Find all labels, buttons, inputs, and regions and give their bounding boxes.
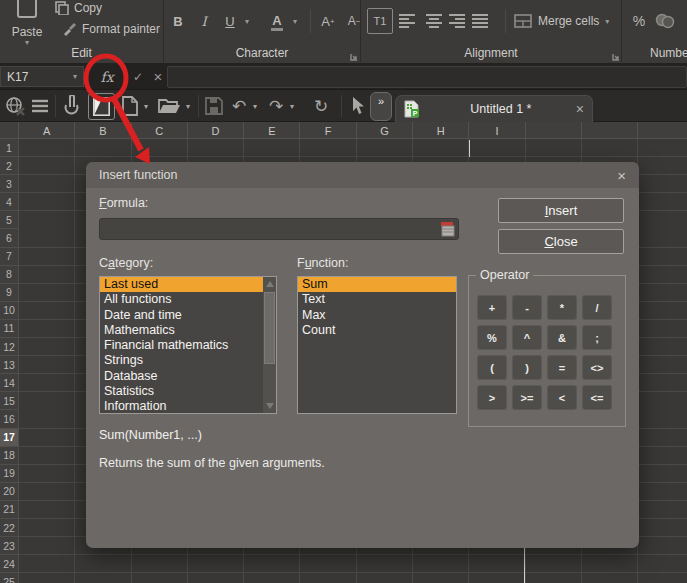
row-header[interactable]: 20 [0, 483, 19, 501]
redo-dropdown[interactable]: ▾ [286, 95, 298, 117]
open-document-button[interactable] [157, 97, 181, 115]
select-mode-button[interactable] [348, 94, 368, 118]
formula-input[interactable] [167, 66, 687, 88]
row-header[interactable]: 23 [0, 537, 19, 555]
justify-button[interactable] [471, 12, 489, 30]
row-header[interactable]: 12 [0, 338, 19, 356]
operator-button[interactable]: ( [477, 355, 507, 380]
close-button[interactable]: Close [498, 229, 624, 254]
scroll-down-icon[interactable] [266, 403, 274, 409]
new-document-dropdown[interactable]: ▾ [140, 95, 152, 117]
column-header[interactable]: D [188, 122, 244, 139]
alignment-dialog-launcher[interactable] [612, 53, 620, 61]
toolbar-overflow-button[interactable]: » [370, 92, 392, 121]
function-listbox[interactable]: Sum Text Max Count [297, 276, 457, 414]
row-header[interactable]: 4 [0, 193, 19, 211]
row-header[interactable]: 9 [0, 284, 19, 302]
category-item[interactable]: Date and time [100, 308, 276, 323]
category-item[interactable]: All functions [100, 292, 276, 307]
row-header[interactable]: 14 [0, 374, 19, 392]
column-header[interactable]: C [132, 122, 188, 139]
copy-button[interactable]: Copy [55, 0, 102, 16]
row-header[interactable]: 5 [0, 211, 19, 229]
bold-button[interactable]: B [168, 8, 188, 34]
dialog-titlebar[interactable]: Insert function × [86, 162, 639, 188]
save-button[interactable] [203, 95, 225, 117]
align-center-button[interactable] [425, 12, 443, 30]
row-header[interactable]: 19 [0, 465, 19, 483]
cancel-entry-button[interactable]: × [148, 66, 168, 87]
shrink-font-button[interactable]: A− [342, 8, 366, 34]
category-item[interactable]: Statistics [100, 384, 276, 399]
function-item-selected[interactable]: Sum [298, 277, 456, 292]
operator-button[interactable]: = [547, 355, 577, 380]
column-header[interactable]: H [413, 122, 469, 139]
repeat-button[interactable]: ↻ [310, 94, 332, 118]
column-header[interactable]: I [469, 122, 525, 139]
operator-button[interactable]: ) [512, 355, 542, 380]
undo-button[interactable]: ↶ [229, 94, 249, 118]
font-color-dropdown[interactable]: ▾ [288, 8, 302, 34]
row-header[interactable]: 1 [0, 139, 19, 157]
operator-button[interactable]: <> [582, 355, 612, 380]
row-header[interactable]: 18 [0, 447, 19, 465]
function-item[interactable]: Max [298, 308, 456, 323]
column-header[interactable]: G [357, 122, 413, 139]
cell-reference-box[interactable]: K17 ▾ [0, 66, 84, 87]
row-header-active[interactable]: 17 [0, 429, 19, 447]
scroll-up-icon[interactable] [266, 281, 274, 287]
web-disabled-button[interactable] [4, 95, 26, 117]
category-listbox[interactable]: Last used All functions Date and time Ma… [99, 276, 277, 414]
row-header[interactable]: 10 [0, 302, 19, 320]
column-header[interactable]: E [244, 122, 300, 139]
undo-dropdown[interactable]: ▾ [249, 95, 261, 117]
category-item[interactable]: Financial mathematics [100, 338, 276, 353]
insert-button[interactable]: Insert [498, 198, 624, 223]
operator-button[interactable]: + [477, 295, 507, 320]
row-header[interactable]: 6 [0, 229, 19, 247]
align-left-button[interactable] [398, 12, 416, 30]
operator-button[interactable]: < [547, 385, 577, 410]
paste-button[interactable]: Paste ▾ [2, 0, 52, 46]
operator-button[interactable]: * [547, 295, 577, 320]
confirm-entry-button[interactable]: ✓ [128, 66, 148, 87]
category-item[interactable]: Information [100, 399, 276, 414]
insert-function-button[interactable]: fx [94, 66, 120, 87]
operator-button[interactable]: > [477, 385, 507, 410]
column-header[interactable]: A [19, 122, 75, 139]
tab-close-button[interactable]: × [576, 101, 584, 117]
character-dialog-launcher[interactable] [350, 53, 358, 61]
operator-button[interactable]: % [477, 325, 507, 350]
column-header[interactable]: F [300, 122, 356, 139]
column-header[interactable]: B [75, 122, 131, 139]
view-mode-button[interactable] [88, 93, 115, 120]
touch-mode-button[interactable] [60, 94, 82, 118]
new-document-button[interactable] [121, 95, 139, 117]
category-item[interactable]: Strings [100, 353, 276, 368]
operator-button[interactable]: >= [512, 385, 542, 410]
row-header[interactable]: 11 [0, 320, 19, 338]
operator-button[interactable]: ^ [512, 325, 542, 350]
function-item[interactable]: Text [298, 292, 456, 307]
dialog-formula-input[interactable] [99, 218, 459, 240]
row-header[interactable]: 15 [0, 392, 19, 410]
row-header[interactable]: 22 [0, 519, 19, 537]
grow-font-button[interactable]: A+ [316, 8, 340, 34]
row-header[interactable]: 7 [0, 248, 19, 266]
category-item[interactable]: Mathematics [100, 323, 276, 338]
operator-button[interactable]: & [547, 325, 577, 350]
category-item-selected[interactable]: Last used [100, 277, 276, 292]
underline-button[interactable]: U [220, 8, 240, 34]
redo-button[interactable]: ↷ [266, 94, 286, 118]
operator-button[interactable]: ; [582, 325, 612, 350]
select-all-corner[interactable] [0, 122, 19, 139]
row-header[interactable]: 8 [0, 266, 19, 284]
row-header[interactable]: 16 [0, 410, 19, 428]
category-item[interactable]: Database [100, 369, 276, 384]
underline-dropdown[interactable]: ▾ [240, 8, 254, 34]
currency-format-button[interactable] [653, 8, 677, 34]
column-header[interactable] [526, 122, 582, 139]
open-document-dropdown[interactable]: ▾ [182, 95, 194, 117]
shrink-dialog-icon[interactable] [439, 222, 455, 237]
row-header[interactable]: 3 [0, 175, 19, 193]
